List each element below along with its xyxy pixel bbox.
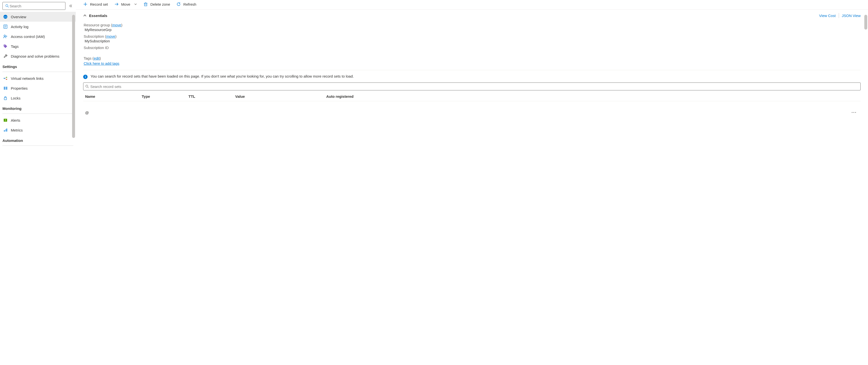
sidebar-item-label: Virtual network links	[11, 76, 43, 81]
divider	[2, 145, 73, 146]
svg-text:DNS: DNS	[4, 16, 7, 18]
json-view-link[interactable]: JSON View	[842, 13, 861, 18]
sidebar-scrollbar[interactable]	[72, 15, 75, 138]
search-icon	[85, 85, 89, 88]
resource-group-label: Resource group	[84, 23, 110, 27]
sidebar-item-overview[interactable]: DNS Overview	[0, 12, 76, 22]
sidebar-item-vnet-links[interactable]: Virtual network links	[0, 74, 76, 83]
section-header-monitoring: Monitoring	[0, 103, 76, 113]
svg-line-15	[5, 78, 6, 79]
sidebar-item-label: Properties	[11, 86, 28, 90]
col-auto[interactable]: Auto registered	[326, 94, 861, 99]
svg-point-8	[4, 35, 5, 36]
subscription-value: MySubscription	[85, 39, 860, 43]
recordset-search[interactable]	[83, 83, 861, 90]
dns-icon: DNS	[3, 14, 8, 19]
info-icon: i	[83, 75, 88, 79]
divider	[2, 72, 73, 72]
svg-line-14	[5, 77, 6, 78]
main-scrollbar[interactable]	[864, 15, 867, 30]
essentials-title: Essentials	[89, 13, 107, 18]
svg-rect-17	[5, 87, 6, 90]
col-name[interactable]: Name	[85, 94, 142, 99]
divider	[83, 70, 861, 70]
sidebar-item-label: Access control (IAM)	[11, 34, 45, 39]
sidebar-item-label: Alerts	[11, 118, 20, 122]
sidebar-item-label: Activity log	[11, 25, 29, 29]
svg-line-34	[88, 87, 89, 88]
sidebar-item-activity-log[interactable]: Activity log	[0, 22, 76, 31]
svg-text:!: !	[5, 119, 6, 122]
record-set-button[interactable]: Record set	[83, 2, 108, 6]
plus-icon	[83, 2, 88, 6]
subscription-id-label: Subscription ID	[84, 46, 860, 50]
access-control-icon	[3, 34, 8, 39]
sidebar-item-properties[interactable]: Properties	[0, 83, 76, 93]
sidebar-item-diagnose[interactable]: Diagnose and solve problems	[0, 51, 76, 61]
sidebar-item-label: Locks	[11, 96, 21, 100]
table-row[interactable]: @ ···	[83, 101, 861, 118]
svg-point-12	[6, 77, 7, 78]
sidebar: DNS Overview Activity log Access control…	[0, 0, 76, 365]
toolbar-label: Record set	[90, 2, 108, 6]
metrics-icon	[3, 128, 8, 133]
sidebar-item-access-control[interactable]: Access control (IAM)	[0, 31, 76, 41]
sidebar-search[interactable]	[2, 2, 65, 10]
recordset-search-input[interactable]	[90, 84, 859, 89]
sidebar-item-tags[interactable]: Tags	[0, 41, 76, 51]
row-more-button[interactable]: ···	[851, 110, 861, 115]
svg-point-13	[6, 79, 7, 80]
delete-zone-button[interactable]: Delete zone	[144, 2, 170, 6]
svg-point-11	[4, 78, 5, 79]
essentials-fields: Resource group (move) MyResourceGrp Subs…	[83, 18, 861, 67]
info-text: You can search for record sets that have…	[91, 74, 354, 78]
toolbar-label: Move	[121, 2, 130, 6]
activity-log-icon	[3, 24, 8, 29]
svg-rect-24	[6, 129, 7, 132]
svg-point-9	[6, 36, 7, 37]
chevron-up-icon	[83, 14, 87, 17]
svg-rect-22	[4, 130, 5, 132]
essentials-toggle[interactable]: Essentials	[83, 13, 107, 18]
svg-point-33	[86, 85, 88, 87]
subscription-label: Subscription	[84, 34, 104, 38]
sidebar-item-locks[interactable]: Locks	[0, 93, 76, 103]
svg-point-0	[6, 4, 8, 7]
svg-rect-18	[6, 87, 7, 90]
wrench-icon	[3, 54, 8, 59]
search-icon	[5, 3, 9, 8]
move-subscription-link[interactable]: move	[106, 34, 115, 38]
sidebar-item-label: Diagnose and solve problems	[11, 54, 60, 58]
sidebar-item-label: Overview	[11, 15, 26, 19]
col-type[interactable]: Type	[142, 94, 188, 99]
main-panel: Record set Move Delete zone	[76, 0, 868, 365]
sidebar-item-label: Metrics	[11, 128, 23, 132]
edit-tags-link[interactable]: edit	[94, 56, 100, 60]
toolbar-label: Refresh	[183, 2, 196, 6]
move-resource-group-link[interactable]: move	[112, 23, 121, 27]
svg-rect-19	[4, 98, 7, 100]
info-banner: i You can search for record sets that ha…	[83, 74, 861, 83]
collapse-sidebar-button[interactable]	[68, 2, 74, 10]
refresh-icon	[177, 2, 181, 6]
sidebar-nav: DNS Overview Activity log Access control…	[0, 12, 76, 147]
refresh-button[interactable]: Refresh	[177, 2, 196, 6]
lock-icon	[3, 95, 8, 101]
move-button[interactable]: Move	[115, 2, 137, 6]
divider	[839, 13, 839, 18]
sidebar-item-metrics[interactable]: Metrics	[0, 125, 76, 135]
tags-label: Tags	[84, 56, 92, 60]
vnet-links-icon	[3, 76, 8, 81]
svg-rect-23	[5, 129, 6, 132]
col-ttl[interactable]: TTL	[188, 94, 235, 99]
view-cost-link[interactable]: View Cost	[819, 13, 836, 18]
sidebar-search-input[interactable]	[9, 4, 63, 8]
toolbar-label: Delete zone	[150, 2, 170, 6]
arrow-right-icon	[115, 2, 119, 6]
col-value[interactable]: Value	[235, 94, 326, 99]
sidebar-item-label: Tags	[11, 44, 19, 49]
sidebar-item-alerts[interactable]: ! Alerts	[0, 115, 76, 125]
svg-line-1	[8, 6, 9, 7]
add-tags-link[interactable]: Click here to add tags	[84, 61, 119, 65]
trash-icon	[144, 2, 148, 6]
